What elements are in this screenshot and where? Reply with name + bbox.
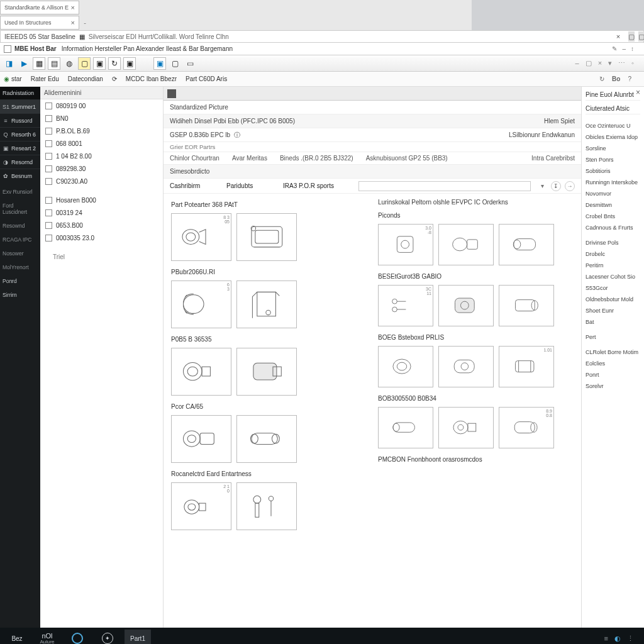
- tree-row[interactable]: 089298.30: [40, 162, 163, 175]
- part-thumb[interactable]: 8.90.8: [499, 407, 554, 448]
- checkbox-icon[interactable]: [45, 140, 52, 147]
- close-icon[interactable]: ×: [598, 59, 602, 67]
- tb-ratio[interactable]: Rater Edu: [31, 75, 59, 82]
- tray-icon[interactable]: ◐: [614, 635, 621, 643]
- browser-tab-1[interactable]: Used In Structures ×: [0, 16, 79, 30]
- tray-icon[interactable]: ⋮: [627, 635, 634, 643]
- tree-row[interactable]: 0653.B00: [40, 219, 163, 231]
- rail-item[interactable]: ▣Researt 2: [0, 141, 40, 155]
- rpanel-link[interactable]: Crobel Bnts: [586, 211, 640, 221]
- checkbox-icon[interactable]: [45, 153, 52, 160]
- part-thumb[interactable]: [236, 213, 297, 261]
- part-thumb[interactable]: 8 305: [171, 213, 231, 261]
- part-thumb[interactable]: [438, 346, 494, 387]
- part-thumb[interactable]: 3C11: [378, 285, 433, 326]
- taskbar-app[interactable]: nOl Aulure: [34, 630, 60, 644]
- rail-item[interactable]: ◑Resornd: [0, 155, 40, 169]
- sync-icon[interactable]: ↻: [108, 57, 121, 70]
- checkbox-icon[interactable]: [45, 165, 52, 172]
- tree-row[interactable]: BN0: [40, 112, 163, 125]
- rpanel-link[interactable]: Oldnebsbotur Mold: [586, 294, 640, 304]
- rpanel-link[interactable]: Cadnnous & Frurts: [586, 223, 640, 233]
- app-icon[interactable]: ▢: [628, 31, 635, 42]
- taskbar-app-globe[interactable]: [64, 630, 91, 644]
- rpanel-link[interactable]: S53Gcor: [586, 283, 640, 293]
- rpanel-link[interactable]: Ponrt: [586, 370, 640, 380]
- part-thumb[interactable]: [438, 285, 494, 326]
- rpanel-link[interactable]: Sobtitioris: [586, 166, 640, 176]
- part-thumb[interactable]: [378, 407, 433, 448]
- part-thumb[interactable]: 63: [171, 280, 231, 328]
- tray-icon[interactable]: ≡: [604, 635, 608, 643]
- rpanel-link[interactable]: Peritirn: [586, 260, 640, 270]
- rail-item[interactable]: QResorth 6: [0, 127, 40, 141]
- doc-icon[interactable]: ▤: [48, 57, 60, 70]
- part-thumb[interactable]: [499, 285, 554, 326]
- rpanel-link[interactable]: Sorelvr: [586, 381, 640, 391]
- checkbox-icon[interactable]: [45, 197, 52, 204]
- text-icon[interactable]: Bo: [612, 75, 620, 82]
- image-icon[interactable]: ▣: [123, 57, 136, 70]
- tree-row[interactable]: 00319 24: [40, 206, 163, 219]
- part-thumb[interactable]: [499, 224, 554, 265]
- device-icon[interactable]: ▭: [184, 57, 196, 70]
- rpanel-link[interactable]: Sorsline: [586, 143, 640, 153]
- checkbox-icon[interactable]: [45, 178, 52, 185]
- rpanel-link[interactable]: Oce Ozinteruoc U: [586, 121, 640, 131]
- crumb[interactable]: Bineds .(BR.0 2B5 BJ322): [280, 155, 353, 162]
- browser-tab-0[interactable]: Standardkarte & Allison Elements ×: [0, 1, 79, 14]
- part-thumb[interactable]: [236, 280, 297, 328]
- part-thumb[interactable]: [236, 348, 297, 396]
- tool-icon[interactable]: ↕: [631, 45, 634, 52]
- image-icon[interactable]: ▣: [93, 57, 106, 70]
- rail-sub[interactable]: Sirrirn: [0, 291, 40, 299]
- part-thumb[interactable]: [438, 407, 494, 448]
- checkbox-icon[interactable]: [45, 235, 52, 242]
- rpanel-link[interactable]: Eolclies: [586, 358, 640, 369]
- rpanel-link[interactable]: Novomvor: [586, 189, 640, 199]
- tree-row[interactable]: P.B.OL B.69: [40, 125, 163, 137]
- part-thumb[interactable]: 1.01: [499, 346, 554, 387]
- filter-input[interactable]: [358, 181, 531, 191]
- part-thumb[interactable]: [171, 348, 231, 396]
- tree-row[interactable]: Hosaren B000: [40, 194, 163, 206]
- tree-row[interactable]: 068 8001: [40, 137, 163, 150]
- rpanel-link[interactable]: Pert: [586, 332, 640, 342]
- rpanel-link[interactable]: CLRolet Borre Motim: [586, 347, 640, 357]
- checkbox-icon[interactable]: [45, 209, 52, 216]
- part-thumb[interactable]: [236, 415, 297, 463]
- action-icon[interactable]: →: [565, 181, 575, 191]
- chevron-down-icon[interactable]: ▾: [537, 182, 547, 189]
- crumb[interactable]: Chinlor Chourtran: [170, 155, 219, 162]
- tree-row[interactable]: C90230.A0: [40, 175, 163, 187]
- app-icon[interactable]: ▣: [153, 57, 166, 70]
- checkbox-icon[interactable]: [45, 115, 52, 122]
- tree-footer[interactable]: Triel: [40, 250, 163, 263]
- rail-item[interactable]: ✿Besnum: [0, 169, 40, 182]
- right-label[interactable]: LSilbionunr Endwkanun: [509, 131, 575, 138]
- checkbox-icon[interactable]: [45, 103, 52, 109]
- rpanel-link[interactable]: Desmittwn: [586, 200, 640, 210]
- tb-part[interactable]: Part C60D Aris: [186, 75, 227, 82]
- crumb[interactable]: Avar Meritas: [232, 155, 267, 162]
- part-thumb[interactable]: 3.0-8: [378, 224, 433, 265]
- rpanel-link[interactable]: Drobelc: [586, 249, 640, 259]
- help-icon[interactable]: ?: [628, 75, 631, 82]
- tree-row[interactable]: 0003035 23.0: [40, 231, 163, 244]
- rpanel-link[interactable]: Drivinse Pols: [586, 238, 640, 248]
- rail-item[interactable]: S1Summer1: [0, 99, 40, 113]
- rpanel-link[interactable]: Obicles Exierna Idop: [586, 132, 640, 142]
- chevron-down-icon[interactable]: ▾: [608, 59, 612, 67]
- taskbar-app[interactable]: Part1: [125, 630, 151, 644]
- crumb[interactable]: Asknubisuonst GP2 55 (BB3): [366, 155, 448, 162]
- minimize-icon[interactable]: –: [622, 45, 626, 52]
- tb-star[interactable]: ◉star: [4, 75, 22, 82]
- settings-icon[interactable]: ◦: [631, 59, 634, 67]
- note-icon[interactable]: ▢: [78, 57, 91, 70]
- taskbar-app-mb[interactable]: ✦: [94, 630, 121, 644]
- checkbox-icon[interactable]: [4, 45, 11, 53]
- tab-close-icon[interactable]: ×: [71, 19, 75, 26]
- action-icon[interactable]: ↧: [551, 181, 561, 191]
- tb-refresh[interactable]: ⟳: [112, 75, 117, 82]
- edit-icon[interactable]: ✎: [612, 45, 617, 52]
